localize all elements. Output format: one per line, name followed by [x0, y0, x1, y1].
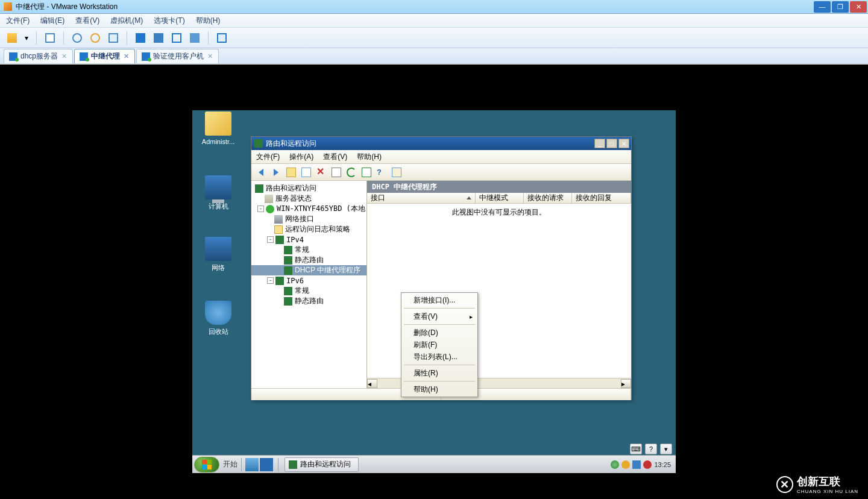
- tab-dhcp-server[interactable]: dhcp服务器 ✕: [4, 49, 73, 63]
- collapse-icon[interactable]: -: [267, 277, 274, 284]
- properties-button[interactable]: [330, 166, 343, 179]
- column-received-replies[interactable]: 接收的回复: [572, 193, 631, 203]
- up-button[interactable]: [285, 166, 298, 179]
- column-received-requests[interactable]: 接收的请求: [524, 193, 572, 203]
- menu-action[interactable]: 操作(A): [289, 152, 313, 162]
- export-button[interactable]: [360, 166, 373, 179]
- suspend-button[interactable]: [5, 31, 19, 45]
- server-icon: [265, 195, 273, 203]
- ctx-refresh[interactable]: 刷新(F): [403, 339, 476, 351]
- menu-edit[interactable]: 编辑(E): [40, 16, 64, 26]
- tree-root[interactable]: 路由和远程访问: [251, 183, 366, 193]
- column-button[interactable]: [390, 166, 403, 179]
- tree-ipv4-static[interactable]: 静态路由: [251, 255, 366, 265]
- close-button[interactable]: ✕: [618, 139, 629, 148]
- delete-button[interactable]: ✕: [315, 166, 328, 179]
- refresh-button[interactable]: [345, 166, 358, 179]
- tray-network-icon[interactable]: [632, 460, 641, 469]
- show-console-button[interactable]: [133, 31, 148, 45]
- tree-remote-access-log[interactable]: 远程访问日志和策略: [251, 224, 366, 234]
- collapse-icon[interactable]: -: [257, 206, 264, 212]
- tab-relay-agent[interactable]: 中继代理 ✕: [74, 49, 135, 63]
- vmware-tabs: dhcp服务器 ✕ 中继代理 ✕ 验证使用客户机 ✕: [0, 48, 868, 64]
- quicklaunch-show-desktop[interactable]: [245, 458, 259, 471]
- rras-tree[interactable]: 路由和远程访问 服务器状态 - WIN-XTNYF465YBD (本地): [251, 181, 367, 388]
- desktop-icon-network[interactable]: 网络: [197, 237, 239, 272]
- desktop-icon-recycle[interactable]: 回收站: [197, 301, 239, 336]
- taskbar-separator: [241, 458, 242, 471]
- menu-help[interactable]: 帮助(H): [196, 16, 221, 26]
- tab-close-icon[interactable]: ✕: [124, 52, 131, 60]
- tree-label: WIN-XTNYF465YBD (本地): [277, 204, 367, 214]
- vmware-titlebar[interactable]: 中继代理 - VMware Workstation — ❐ ✕: [0, 0, 868, 14]
- scroll-left-button[interactable]: ◂: [367, 379, 377, 388]
- menu-tabs[interactable]: 选项卡(T): [154, 16, 184, 26]
- tree-ipv4-general[interactable]: 常规: [251, 245, 366, 255]
- forward-button[interactable]: [269, 166, 283, 179]
- quicklaunch-switch-windows[interactable]: [260, 458, 273, 471]
- snapshot-revert-button[interactable]: [88, 31, 102, 45]
- tree-host[interactable]: - WIN-XTNYF465YBD (本地): [251, 204, 366, 214]
- tab-verify-client[interactable]: 验证使用客户机 ✕: [136, 49, 219, 63]
- ctx-properties[interactable]: 属性(R): [403, 367, 476, 379]
- menu-file[interactable]: 文件(F): [256, 152, 280, 162]
- ime-help-button[interactable]: ?: [645, 444, 657, 454]
- tree-ipv4[interactable]: - IPv4: [251, 234, 366, 245]
- unity-button[interactable]: [187, 31, 202, 45]
- tree-network-interfaces[interactable]: 网络接口: [251, 214, 366, 224]
- ctx-export-list[interactable]: 导出列表(L)...: [403, 351, 476, 363]
- tray-volume-icon[interactable]: [643, 460, 652, 469]
- tray-clock[interactable]: 13:25: [654, 461, 671, 468]
- close-button[interactable]: ✕: [850, 1, 867, 13]
- keyboard-button[interactable]: ⌨: [630, 444, 642, 454]
- menu-file[interactable]: 文件(F): [6, 16, 30, 26]
- tree-ipv6[interactable]: - IPv6: [251, 275, 366, 286]
- desktop-icon-admin-folder[interactable]: Administr...: [197, 111, 239, 145]
- tree-dhcp-relay[interactable]: DHCP 中继代理程序: [251, 265, 366, 275]
- rras-titlebar[interactable]: 路由和远程访问 _ □ ✕: [251, 137, 631, 150]
- stretch-button[interactable]: [215, 31, 229, 45]
- menu-help[interactable]: 帮助(H): [357, 152, 382, 162]
- menu-vm[interactable]: 虚拟机(M): [110, 16, 143, 26]
- menu-view[interactable]: 查看(V): [323, 152, 347, 162]
- ctx-delete[interactable]: 删除(D): [403, 327, 476, 339]
- ctx-view[interactable]: 查看(V): [403, 310, 476, 322]
- desktop-icon-computer[interactable]: 计算机: [197, 175, 239, 211]
- windows-desktop[interactable]: Administr... 计算机 网络 回收站 路由和远程访问: [192, 110, 676, 473]
- maximize-button[interactable]: □: [606, 139, 617, 148]
- tab-close-icon[interactable]: ✕: [61, 52, 69, 60]
- taskbar-item-rras[interactable]: 路由和远程访问: [285, 457, 359, 472]
- minimize-button[interactable]: _: [594, 139, 605, 148]
- maximize-button[interactable]: ❐: [832, 1, 849, 13]
- tree-server-status[interactable]: 服务器状态: [251, 193, 366, 204]
- column-relay-mode[interactable]: 中继模式: [476, 193, 524, 203]
- tray-security-icon[interactable]: [611, 460, 619, 469]
- collapse-icon[interactable]: -: [267, 236, 274, 243]
- view-options-button[interactable]: [300, 166, 313, 179]
- nic-icon: [274, 215, 283, 224]
- empty-message: 此视图中没有可显示的项目。: [367, 204, 631, 218]
- snapshot-take-button[interactable]: [70, 31, 84, 45]
- ip-icon: [284, 287, 292, 295]
- ctx-new-interface[interactable]: 新增接口(I)...: [403, 294, 476, 306]
- thumbnail-button[interactable]: [151, 31, 166, 45]
- help-button[interactable]: ?: [375, 166, 388, 179]
- scroll-right-button[interactable]: ▸: [621, 379, 631, 388]
- tree-ipv6-static[interactable]: 静态路由: [251, 296, 366, 306]
- minimize-button[interactable]: —: [814, 1, 831, 13]
- snapshot-manager-button[interactable]: [106, 31, 121, 45]
- start-button[interactable]: [194, 457, 219, 472]
- column-interface[interactable]: 接口: [367, 193, 476, 203]
- tab-close-icon[interactable]: ✕: [207, 52, 215, 60]
- fullscreen-button[interactable]: [169, 31, 184, 45]
- watermark-logo-icon: ✕: [776, 476, 793, 493]
- tray-update-icon[interactable]: [621, 460, 630, 469]
- ime-options-button[interactable]: ▾: [660, 444, 672, 454]
- menu-view[interactable]: 查看(V): [75, 16, 99, 26]
- back-button[interactable]: [254, 166, 268, 179]
- ctx-help[interactable]: 帮助(H): [403, 383, 476, 395]
- tree-ipv6-general[interactable]: 常规: [251, 286, 366, 296]
- suspend-dropdown[interactable]: ▾: [23, 31, 30, 45]
- network-button[interactable]: [43, 31, 57, 45]
- watermark-sub: CHUANG XIN HU LIAN: [797, 489, 858, 494]
